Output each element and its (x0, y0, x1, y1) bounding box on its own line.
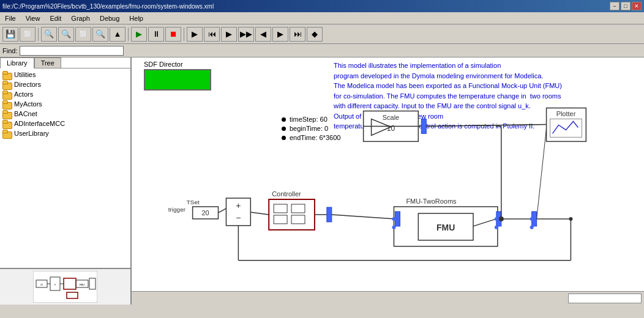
back-button[interactable]: ◀ (255, 27, 271, 42)
step-forward-button[interactable]: ▶ (187, 27, 203, 42)
end-button[interactable]: ⏭ (290, 27, 305, 42)
menu-bar: File View Edit Graph Debug Help (0, 12, 644, 24)
zoom-in-button[interactable]: 🔍 (41, 27, 57, 42)
menu-debug[interactable]: Debug (97, 14, 122, 23)
new-button[interactable]: ⬜ (20, 27, 36, 42)
zoom-out-button[interactable]: 🔍 (58, 27, 74, 42)
menu-graph[interactable]: Graph (69, 14, 92, 23)
run-button[interactable]: ▶ (131, 27, 147, 42)
thumbnail-panel: 20 + FMU (0, 268, 130, 305)
svg-line-38 (218, 209, 226, 213)
tree-label-bacnet: BACnet (14, 110, 37, 117)
svg-line-54 (537, 128, 547, 218)
sdf-director-label: SDF Director (144, 61, 211, 68)
svg-text:Scale: Scale (383, 114, 399, 121)
svg-line-41 (332, 215, 395, 219)
canvas-panel: SDF Director timeStep: 60 beginTime: 0 e… (132, 57, 644, 305)
fmu-tworooms-label: FMU-TwoRooms (406, 198, 457, 205)
svg-point-57 (392, 217, 395, 221)
svg-line-39 (250, 212, 269, 215)
tree-label-adinterface: ADInterfaceMCC (14, 120, 65, 127)
find-label: Find: (2, 47, 17, 54)
svg-rect-0 (33, 271, 97, 303)
svg-text:+: + (236, 201, 241, 210)
find-input[interactable] (20, 46, 124, 56)
tree-label-utilities: Utilities (14, 71, 36, 78)
folder-icon-utilities (2, 70, 12, 79)
svg-text:Plotter: Plotter (556, 111, 576, 118)
close-button[interactable]: ✕ (632, 2, 642, 10)
sdf-director-box[interactable] (144, 69, 211, 91)
menu-help[interactable]: Help (127, 14, 146, 23)
zoom-out2-button[interactable]: 🔍 (92, 27, 108, 42)
tree-item-utilities[interactable]: Utilities (0, 70, 130, 80)
diagram-svg: Scale 10 Plotter trigger TSet 20 + − Con… (132, 100, 644, 305)
tree-label-myactors: MyActors (14, 100, 42, 108)
fit-button[interactable]: ⬜ (75, 27, 91, 42)
title-bar: file:/C:/Program%20Files/bcvtb_130/examp… (0, 0, 644, 12)
folder-icon-directors (2, 80, 12, 89)
fwd-button[interactable]: ▶ (272, 27, 288, 42)
tree-item-actors[interactable]: Actors (0, 89, 130, 99)
svg-text:−: − (236, 213, 241, 223)
pause-button[interactable]: ⏸ (148, 27, 164, 42)
tree-label-directors: Directors (14, 81, 41, 88)
thumbnail-svg: 20 + FMU (33, 271, 97, 303)
svg-point-59 (495, 217, 498, 221)
tree-item-bacnet[interactable]: BACnet (0, 109, 130, 119)
menu-edit[interactable]: Edit (47, 14, 64, 23)
title-text: file:/C:/Program%20Files/bcvtb_130/examp… (2, 3, 214, 10)
svg-text:FMU: FMU (80, 283, 85, 286)
folder-icon-bacnet (2, 109, 12, 118)
title-bar-buttons: − □ ✕ (610, 2, 642, 10)
tset-label: TSet (187, 199, 200, 205)
menu-file[interactable]: File (2, 14, 18, 23)
diamond-button[interactable]: ◆ (307, 27, 323, 42)
save-button[interactable]: 💾 (2, 27, 18, 42)
tabs: Library Tree (0, 57, 130, 68)
svg-point-61 (530, 217, 534, 221)
tab-tree[interactable]: Tree (34, 57, 61, 68)
tree-item-adinterface[interactable]: ADInterfaceMCC (0, 119, 130, 128)
tree-content: Utilities Directors Actors MyActors BACn… (0, 68, 130, 268)
tab-library[interactable]: Library (0, 57, 34, 68)
folder-icon-myactors (2, 100, 12, 108)
controller-text: Controller (272, 190, 301, 198)
svg-point-58 (392, 226, 395, 229)
svg-point-62 (530, 226, 534, 229)
tree-item-myactors[interactable]: MyActors (0, 99, 130, 109)
svg-rect-20 (550, 119, 582, 137)
toolbar-separator-2 (128, 28, 129, 41)
status-input[interactable] (568, 294, 642, 303)
svg-text:20: 20 (201, 209, 209, 216)
svg-rect-29 (274, 215, 287, 224)
svg-text:10: 10 (387, 124, 395, 133)
go-start-button[interactable]: ⏮ (204, 27, 220, 42)
folder-icon-adinterface (2, 119, 12, 128)
folder-icon-userlibrary (2, 129, 12, 138)
tree-item-directors[interactable]: Directors (0, 80, 130, 89)
svg-text:+: + (54, 283, 56, 286)
stop-button[interactable]: ⏹ (165, 27, 181, 42)
svg-point-56 (569, 217, 572, 221)
svg-text:20: 20 (40, 283, 43, 286)
toolbar: 💾 ⬜ 🔍 🔍 ⬜ 🔍 ▲ ▶ ⏸ ⏹ ▶ ⏮ ▶ ▶▶ ◀ ▶ ⏭ ◆ (0, 24, 644, 44)
svg-rect-31 (327, 207, 332, 222)
sdf-director: SDF Director (144, 61, 211, 91)
maximize-button[interactable]: □ (621, 2, 631, 10)
toolbar-separator-3 (184, 28, 184, 41)
menu-view[interactable]: View (23, 14, 43, 23)
folder-icon-actors (2, 90, 12, 98)
svg-text:FMU: FMU (436, 223, 455, 232)
minimize-button[interactable]: − (610, 2, 620, 10)
svg-point-55 (499, 216, 504, 221)
svg-rect-35 (395, 212, 400, 226)
svg-line-53 (426, 124, 546, 126)
left-panel: Library Tree Utilities Directors Actors … (0, 57, 132, 305)
fast-forward-button[interactable]: ▶ (221, 27, 237, 42)
tree-item-userlibrary[interactable]: UserLibrary (0, 128, 130, 138)
ff2-button[interactable]: ▶▶ (238, 27, 254, 42)
toolbar-separator-1 (38, 28, 39, 41)
triangle-button[interactable]: ▲ (110, 27, 125, 42)
main-content: Library Tree Utilities Directors Actors … (0, 57, 644, 305)
